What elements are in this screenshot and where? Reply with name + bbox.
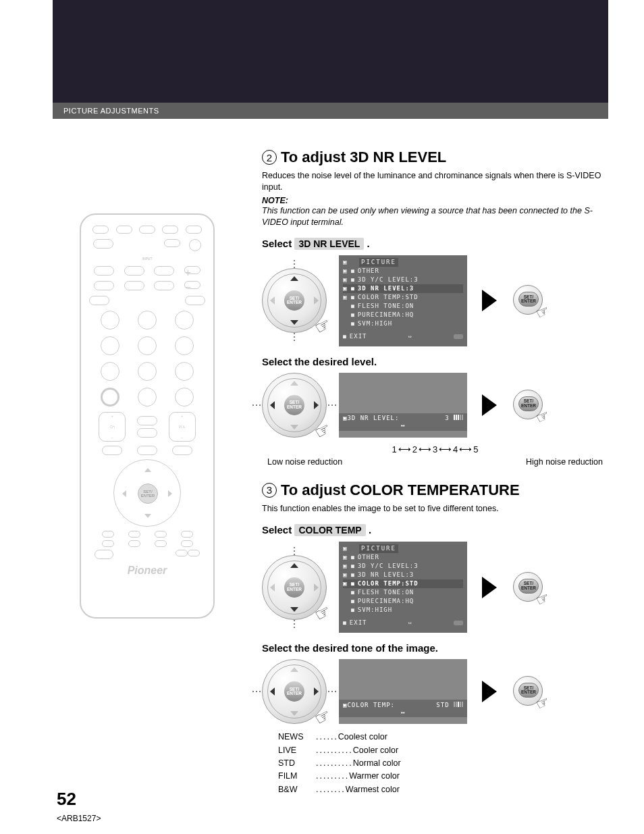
page-number: 52 bbox=[57, 789, 76, 810]
scale-labels: Low noise reduction High noise reduction bbox=[262, 457, 608, 467]
select-3dnr-heading: Select 3D NR LEVEL . bbox=[262, 238, 608, 250]
chip-3dnr: 3D NR LEVEL bbox=[294, 238, 364, 250]
osd-menu-colortemp: ▣PICTURE ▣OTHER▣3D Y/C LEVEL:3▣3D NR LEV… bbox=[339, 542, 467, 633]
remote-figure: INPUT + − +CH− +VOL− SET/ ENTER bbox=[80, 213, 215, 619]
section-2-title: 2 To adjust 3D NR LEVEL bbox=[262, 149, 608, 166]
set-enter-button-icon: SET/ ENTER☞ bbox=[512, 673, 545, 710]
breadcrumb: PICTURE ADJUSTMENTS bbox=[53, 103, 608, 119]
set-enter-button-icon: SET/ ENTER☞ bbox=[512, 282, 545, 319]
dpad-leftright-icon: SET/ ENTER ☞ bbox=[262, 373, 327, 438]
tone-row: STD.......... Normal color bbox=[278, 757, 608, 770]
section-2-body: Reduces the noise level of the luminance… bbox=[262, 170, 608, 193]
level-scale: 12345 bbox=[262, 444, 608, 454]
breadcrumb-text: PICTURE ADJUSTMENTS bbox=[63, 107, 159, 115]
tone-row: FILM......... Warmer color bbox=[278, 770, 608, 783]
remote-brand: Pioneer bbox=[89, 565, 205, 577]
dpad-updown-icon: SET/ ENTER ☞ bbox=[262, 268, 327, 333]
header-bar bbox=[53, 0, 608, 103]
tone-row: LIVE.......... Cooler color bbox=[278, 744, 608, 757]
dpad-updown-icon: SET/ ENTER ☞ bbox=[262, 555, 327, 620]
osd-bar-3dnr: ▣3D NR LEVEL: 3 ↔ bbox=[339, 373, 467, 438]
note-label: NOTE: bbox=[262, 196, 608, 205]
section-3-title: 3 To adjust COLOR TEMPERATURE bbox=[262, 481, 608, 499]
tone-row: B&W........ Warmest color bbox=[278, 783, 608, 796]
arrow-right-icon bbox=[482, 681, 497, 702]
step-number-2: 2 bbox=[262, 150, 277, 165]
note-body: This function can be used only when view… bbox=[262, 205, 608, 228]
dpad-leftright-icon: SET/ ENTER ☞ bbox=[262, 659, 327, 724]
chip-colortemp: COLOR TEMP bbox=[294, 524, 365, 536]
tone-list: NEWS...... Coolest colorLIVE.......... C… bbox=[278, 731, 608, 796]
set-enter-button-icon: SET/ ENTER☞ bbox=[512, 569, 545, 606]
select-level-heading: Select the desired level. bbox=[262, 356, 608, 367]
document-code: <ARB1527> bbox=[57, 814, 101, 823]
set-enter-button-icon: SET/ ENTER☞ bbox=[512, 387, 545, 423]
arrow-right-icon bbox=[482, 577, 497, 598]
osd-menu-3dnr: ▣PICTURE ▣OTHER▣3D Y/C LEVEL:3▣3D NR LEV… bbox=[339, 255, 467, 346]
tone-row: NEWS...... Coolest color bbox=[278, 731, 608, 744]
osd-bar-colortemp: ▣COLOR TEMP: STD ↔ bbox=[339, 659, 467, 724]
remote-dpad-center: SET/ ENTER bbox=[138, 484, 158, 504]
select-tone-heading: Select the desired tone of the image. bbox=[262, 642, 608, 654]
select-colortemp-heading: Select COLOR TEMP . bbox=[262, 524, 608, 536]
section-2-heading: To adjust 3D NR LEVEL bbox=[281, 149, 446, 166]
section-3-heading: To adjust COLOR TEMPERATURE bbox=[281, 481, 520, 499]
section-3-body: This function enables the image to be se… bbox=[262, 503, 608, 515]
arrow-right-icon bbox=[482, 290, 497, 311]
step-number-3: 3 bbox=[262, 483, 277, 498]
arrow-right-icon bbox=[482, 394, 497, 416]
